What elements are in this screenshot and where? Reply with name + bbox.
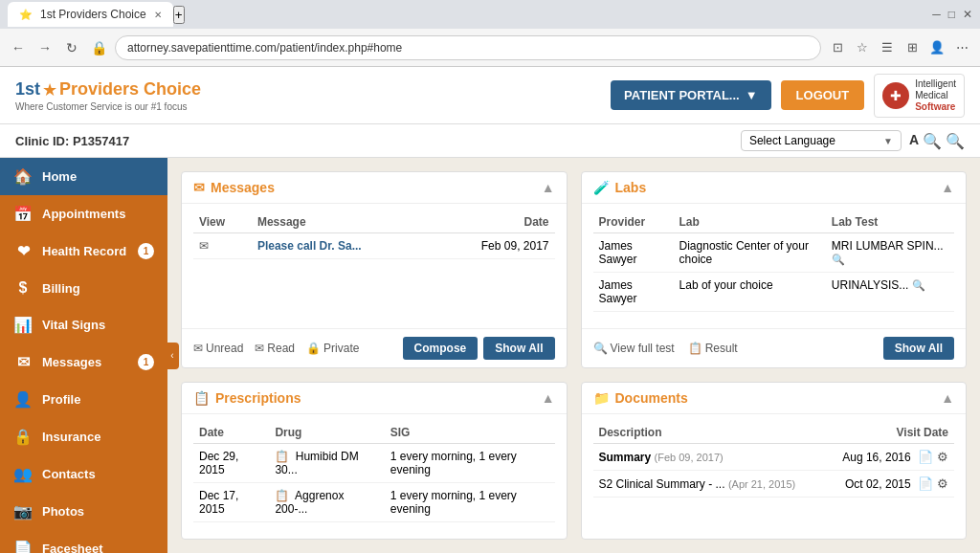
more-icon[interactable]: ⋯ [951, 37, 972, 58]
sidebar-item-facesheet[interactable]: 📄 Facesheet [0, 530, 167, 553]
sidebar-item-appointments[interactable]: 📅 Appointments [0, 195, 167, 232]
docs-col-visitdate: Visit Date [824, 422, 954, 444]
msg-col-message: Message [252, 211, 432, 233]
logo-text: 1st ★ Providers Choice [15, 79, 201, 100]
health-record-icon: ❤ [13, 242, 33, 260]
sidebar: 🏠 Home 📅 Appointments ❤ Health Record 1 … [0, 158, 167, 553]
logo-first: 1st [15, 79, 40, 100]
labs-show-all-button[interactable]: Show All [883, 337, 954, 360]
lab-search-icon-1[interactable]: 🔍 [832, 254, 845, 265]
vital-signs-icon: 📊 [13, 316, 33, 334]
lab-test-2: URINALYSIS... 🔍 [826, 273, 954, 312]
msg-col-date: Date [432, 211, 555, 233]
active-tab[interactable]: ⭐ 1st Providers Choice ✕ [8, 2, 173, 27]
table-row: Summary (Feb 09, 2017) Aug 16, 2016 📄 ⚙ [593, 444, 955, 471]
new-tab-button[interactable]: + [173, 6, 185, 24]
sidebar-item-messages[interactable]: ✉ Messages 1 [0, 343, 167, 381]
doc-file-icon-2[interactable]: 📄 [918, 476, 933, 491]
documents-panel-title: 📁 Documents [593, 390, 688, 406]
labs-panel-body: Provider Lab Lab Test James Sawyer Diagn… [582, 204, 967, 328]
text-size-icon[interactable]: A [909, 132, 919, 150]
profile-icon[interactable]: 👤 [926, 37, 947, 58]
documents-panel: 📁 Documents ▲ Description Visit Date [581, 382, 968, 540]
magnify-icon: 🔍 [593, 342, 608, 355]
view-full-test-link[interactable]: 🔍 View full test [593, 342, 675, 355]
facesheet-icon: 📄 [13, 540, 33, 553]
lab-search-icon-2[interactable]: 🔍 [912, 279, 925, 291]
labs-footer-links: 🔍 View full test 📋 Result [593, 342, 738, 355]
sidebar-item-home[interactable]: 🏠 Home [0, 158, 167, 195]
lab-test-1: MRI LUMBAR SPIN... 🔍 [826, 233, 954, 273]
doc-settings-icon-2[interactable]: ⚙ [937, 476, 948, 491]
close-window-btn[interactable]: ✕ [963, 8, 972, 21]
browser-chrome: ⭐ 1st Providers Choice ✕ + ─ □ ✕ ← → ↻ 🔒… [0, 0, 980, 67]
forward-button[interactable]: → [34, 37, 56, 58]
msg-col-view: View [193, 211, 252, 233]
read-filter[interactable]: ✉ Read [255, 342, 295, 355]
sidebar-item-health-record[interactable]: ❤ Health Record 1 [0, 232, 167, 270]
labs-collapse-btn[interactable]: ▲ [941, 180, 954, 195]
documents-collapse-btn[interactable]: ▲ [941, 390, 954, 406]
tab-close-btn[interactable]: ✕ [154, 10, 162, 20]
sidebar-item-profile[interactable]: 👤 Profile [0, 381, 167, 418]
sidebar-item-contacts[interactable]: 👥 Contacts [0, 455, 167, 493]
labs-panel-header: 🧪 Labs ▲ [582, 172, 967, 204]
lab-provider-1: James Sawyer [593, 233, 674, 273]
messages-collapse-btn[interactable]: ▲ [542, 180, 555, 195]
rx-drug-1: 📋 Humibid DM 30... [269, 444, 384, 483]
refresh-button[interactable]: ↻ [61, 37, 82, 58]
minimize-btn[interactable]: ─ [932, 8, 941, 21]
rx-sig-2: 1 every morning, 1 every evening [385, 483, 555, 522]
read-envelope-icon: ✉ [255, 342, 264, 355]
compose-button[interactable]: Compose [403, 337, 479, 360]
msg-link[interactable]: Please call Dr. Sa... [252, 233, 432, 259]
msg-date: Feb 09, 2017 [432, 233, 555, 259]
address-bar[interactable] [115, 35, 821, 60]
doc-desc-1: Summary (Feb 09, 2017) [593, 444, 824, 471]
logout-button[interactable]: LOGOUT [781, 80, 865, 110]
bookmark-icon[interactable]: ⊡ [827, 37, 848, 58]
messages-panel-header: ✉ Messages ▲ [182, 172, 567, 204]
doc-file-icon-1[interactable]: 📄 [918, 450, 933, 464]
messages-panel-body: View Message Date ✉ Please call Dr. Sa..… [182, 204, 567, 328]
sidebar-item-billing[interactable]: $ Billing [0, 270, 167, 306]
search-icon[interactable]: 🔍 [923, 132, 942, 150]
documents-panel-header: 📁 Documents ▲ [582, 383, 967, 414]
labs-col-labtest: Lab Test [826, 211, 954, 233]
logo-area: 1st ★ Providers Choice Where Customer Se… [15, 79, 201, 112]
sidebar-item-insurance[interactable]: 🔒 Insurance [0, 418, 167, 455]
labs-table: Provider Lab Lab Test James Sawyer Diagn… [593, 211, 955, 312]
rx-sig-1: 1 every morning, 1 every evening [385, 444, 555, 483]
patient-portal-button[interactable]: PATIENT PORTAL... ▼ [611, 80, 770, 110]
doc-actions-1: 📄 ⚙ [918, 450, 948, 464]
prescriptions-panel: 📋 Prescriptions ▲ Date Drug SIG [181, 382, 568, 540]
doc-settings-icon-1[interactable]: ⚙ [937, 450, 948, 464]
rx-drug-2: 📋 Aggrenox 200-... [269, 483, 384, 522]
prescriptions-collapse-btn[interactable]: ▲ [542, 390, 555, 406]
result-link[interactable]: 📋 Result [688, 342, 738, 355]
messages-panel-title: ✉ Messages [193, 180, 275, 195]
star-icon[interactable]: ☆ [852, 37, 873, 58]
clinic-right: Select Language ▼ A 🔍 🔍 [741, 130, 965, 151]
lab-lab-2: Lab of your choice [674, 273, 826, 312]
tab-favicon: ⭐ [19, 9, 33, 21]
documents-table: Description Visit Date Summary (Feb 09, … [593, 422, 955, 498]
messages-show-all-button[interactable]: Show All [483, 337, 554, 360]
app-container: 1st ★ Providers Choice Where Customer Se… [0, 67, 980, 553]
search-icons: A 🔍 🔍 [909, 132, 965, 150]
sidebar-item-vital-signs[interactable]: 📊 Vital Signs [0, 306, 167, 343]
private-filter[interactable]: 🔒 Private [306, 342, 359, 355]
labs-col-provider: Provider [593, 211, 674, 233]
home-icon: 🏠 [13, 167, 33, 186]
labs-panel-title: 🧪 Labs [593, 180, 647, 195]
back-button[interactable]: ← [8, 37, 29, 58]
extension-icon[interactable]: ⊞ [902, 37, 923, 58]
search-alt-icon[interactable]: 🔍 [946, 132, 965, 150]
sidebar-toggle[interactable]: ‹ [166, 343, 179, 369]
unread-filter[interactable]: ✉ Unread [193, 342, 243, 355]
maximize-btn[interactable]: □ [948, 8, 955, 21]
messages-badge: 1 [138, 354, 154, 370]
menu-icon[interactable]: ☰ [877, 37, 898, 58]
sidebar-item-photos[interactable]: 📷 Photos [0, 493, 167, 530]
language-selector[interactable]: Select Language ▼ [741, 130, 902, 151]
